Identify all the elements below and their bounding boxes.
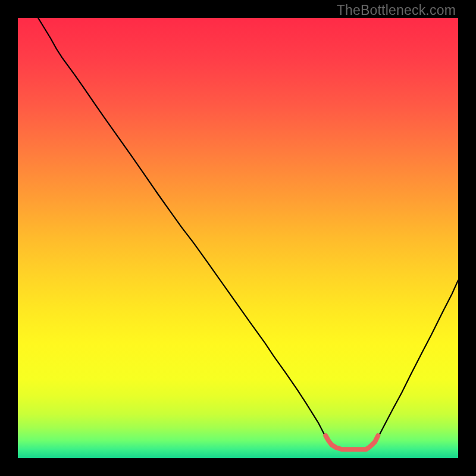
bottleneck-chart bbox=[18, 18, 458, 458]
watermark-text: TheBottleneck.com bbox=[337, 2, 456, 18]
gradient-background bbox=[18, 18, 458, 458]
chart-frame bbox=[18, 18, 458, 458]
